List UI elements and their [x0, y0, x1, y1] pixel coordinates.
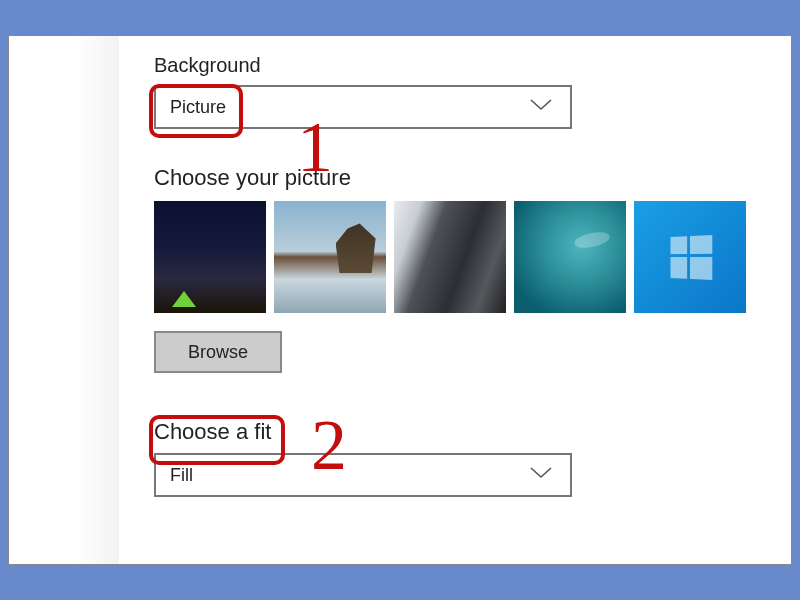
- fit-dropdown[interactable]: Fill: [154, 453, 572, 497]
- browse-button-label: Browse: [188, 342, 248, 363]
- thumbnail-night-tent[interactable]: [154, 201, 266, 313]
- background-label: Background: [154, 54, 771, 77]
- browse-button[interactable]: Browse: [154, 331, 282, 373]
- background-dropdown-value: Picture: [170, 97, 226, 118]
- choose-picture-label: Choose your picture: [154, 165, 771, 191]
- thumbnail-grey-cliff[interactable]: [394, 201, 506, 313]
- thumbnail-underwater[interactable]: [514, 201, 626, 313]
- personalization-background-section: Background Picture Choose your picture B…: [154, 54, 771, 497]
- chevron-down-icon: [530, 466, 552, 484]
- thumbnail-windows-default[interactable]: [634, 201, 746, 313]
- left-sidebar-edge: [9, 36, 119, 564]
- settings-panel: Background Picture Choose your picture B…: [8, 35, 792, 565]
- picture-thumbnails: [154, 201, 771, 313]
- choose-fit-label: Choose a fit: [154, 419, 771, 445]
- windows-logo-icon: [670, 235, 712, 280]
- background-dropdown[interactable]: Picture: [154, 85, 572, 129]
- choose-fit-section: Choose a fit Fill: [154, 419, 771, 497]
- thumbnail-beach-rock[interactable]: [274, 201, 386, 313]
- chevron-down-icon: [530, 98, 552, 116]
- fit-dropdown-value: Fill: [170, 465, 193, 486]
